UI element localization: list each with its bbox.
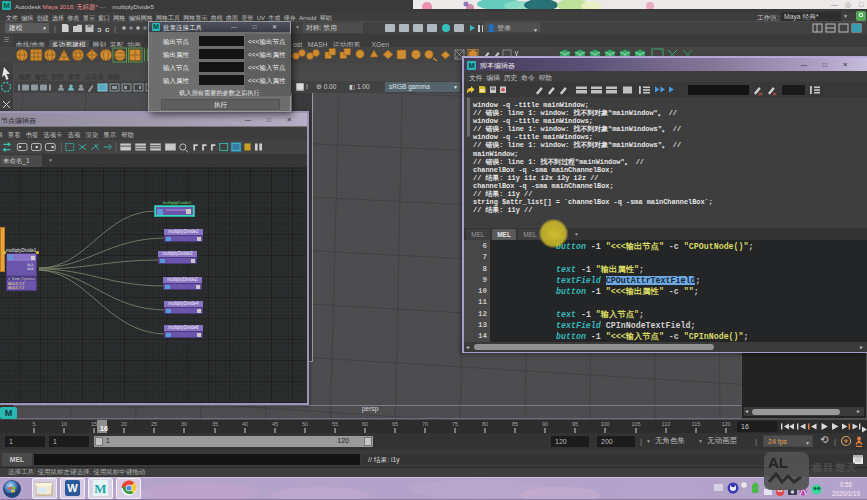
svg-text:35: 35	[212, 421, 218, 427]
svg-text:120: 120	[721, 421, 730, 427]
svg-text:40: 40	[242, 421, 248, 427]
svg-text:◎: ◎	[845, 1, 851, 8]
svg-text:65: 65	[392, 421, 398, 427]
svg-text:85: 85	[512, 421, 518, 427]
svg-text:W: W	[67, 482, 78, 494]
svg-text:20: 20	[121, 421, 127, 427]
svg-text:110: 110	[662, 421, 671, 427]
svg-text:16: 16	[100, 425, 108, 432]
svg-text:—: —	[831, 1, 838, 8]
svg-text:25: 25	[151, 421, 157, 427]
svg-text:5: 5	[32, 421, 35, 427]
svg-text:ↄ: ↄ	[97, 25, 102, 34]
svg-text:15: 15	[91, 421, 97, 427]
svg-text:100: 100	[600, 421, 609, 427]
svg-text:c: c	[105, 25, 110, 34]
svg-text:45: 45	[272, 421, 278, 427]
svg-text:70: 70	[422, 421, 428, 427]
svg-text:115: 115	[692, 421, 701, 427]
svg-text:75: 75	[452, 421, 458, 427]
svg-text:95: 95	[572, 421, 578, 427]
svg-text:|: |	[114, 24, 116, 33]
svg-text:60: 60	[362, 421, 368, 427]
svg-text:90: 90	[542, 421, 548, 427]
svg-text:M: M	[94, 481, 106, 496]
svg-text:50: 50	[302, 421, 308, 427]
svg-text:|: |	[54, 24, 56, 33]
svg-text:55: 55	[332, 421, 338, 427]
svg-text:30: 30	[181, 421, 187, 427]
svg-text:80: 80	[482, 421, 488, 427]
svg-text:105: 105	[631, 421, 640, 427]
svg-text:10: 10	[61, 421, 67, 427]
